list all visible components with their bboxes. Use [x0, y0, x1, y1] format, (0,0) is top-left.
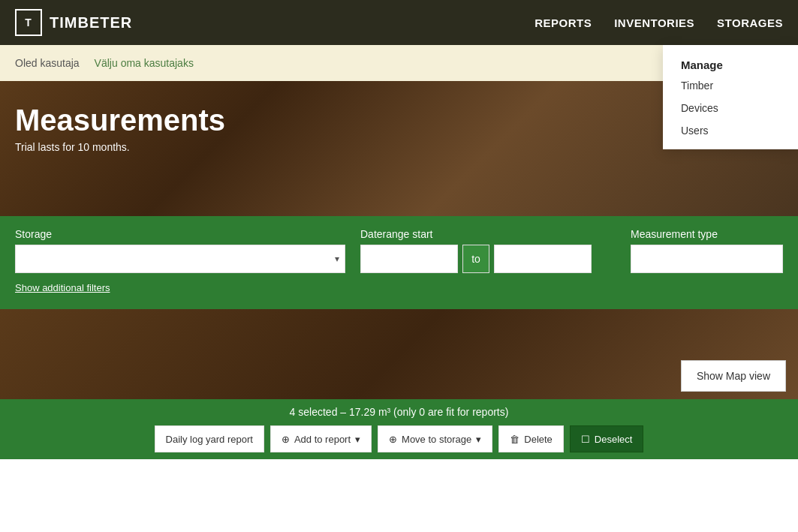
selection-info: 4 selected – 17.29 m³ (only 0 are fit fo…: [290, 406, 509, 418]
logo-icon-text: T: [25, 17, 32, 29]
filter-row: Storage ▾ Daterange start to Measurement…: [15, 228, 783, 273]
user-status-text: Oled kasutaja: [15, 57, 80, 69]
dropdown-item-users[interactable]: Users: [663, 119, 798, 142]
storages-dropdown: Manage Timber Devices Users: [663, 45, 798, 149]
bottom-bar: 4 selected – 17.29 m³ (only 0 are fit fo…: [0, 399, 798, 459]
logo-icon: T: [15, 9, 42, 36]
date-to-separator: to: [462, 245, 489, 273]
add-to-report-button[interactable]: ⊕ Add to report ▾: [270, 425, 372, 452]
filter-bar: Storage ▾ Daterange start to Measurement…: [0, 216, 798, 309]
deselect-label: Deselect: [595, 434, 633, 445]
storage-select-wrapper: ▾: [15, 245, 345, 273]
move-to-storage-label: Move to storage: [402, 434, 471, 445]
dropdown-section-title: Manage: [663, 53, 798, 74]
delete-icon: 🗑: [510, 434, 519, 445]
add-to-report-arrow-icon: ▾: [355, 434, 360, 445]
add-to-report-label: Add to report: [294, 434, 351, 445]
deselect-icon: ☐: [581, 434, 590, 445]
daterange-filter-group: Daterange start to: [360, 228, 616, 273]
date-inputs: to: [360, 245, 616, 273]
date-end-input[interactable]: [494, 245, 592, 273]
nav-inventories[interactable]: INVENTORIES: [614, 17, 694, 29]
delete-label: Delete: [524, 434, 553, 445]
storage-label: Storage: [15, 228, 345, 240]
dropdown-item-devices[interactable]: Devices: [663, 97, 798, 119]
add-to-report-icon: ⊕: [282, 434, 290, 445]
main-nav: REPORTS INVENTORIES STORAGES: [535, 17, 783, 29]
storage-filter-group: Storage ▾: [15, 228, 345, 273]
logo-text: TIMBETER: [50, 14, 132, 32]
move-to-storage-button[interactable]: ⊕ Move to storage ▾: [378, 425, 492, 452]
storage-select[interactable]: [15, 245, 345, 273]
measurement-type-input[interactable]: [631, 245, 783, 273]
move-to-storage-arrow-icon: ▾: [476, 434, 481, 445]
daterange-label: Daterange start: [360, 228, 616, 240]
measurement-type-filter-group: Measurement type: [631, 228, 783, 273]
daily-log-yard-report-button[interactable]: Daily log yard report: [155, 425, 264, 452]
deselect-button[interactable]: ☐ Deselect: [570, 425, 644, 452]
content-area: Show Map view: [0, 309, 798, 399]
date-start-input[interactable]: [360, 245, 458, 273]
move-to-storage-icon: ⊕: [389, 434, 397, 445]
show-additional-filters-link[interactable]: Show additional filters: [15, 282, 110, 293]
dropdown-item-timber[interactable]: Timber: [663, 74, 798, 97]
delete-button[interactable]: 🗑 Delete: [498, 425, 564, 452]
user-action-link[interactable]: Välju oma kasutajaks: [95, 57, 194, 69]
show-map-button[interactable]: Show Map view: [681, 360, 786, 392]
header: T TIMBETER REPORTS INVENTORIES STORAGES: [0, 0, 798, 45]
measurement-type-label: Measurement type: [631, 228, 783, 240]
action-buttons: Daily log yard report ⊕ Add to report ▾ …: [155, 425, 644, 452]
logo: T TIMBETER: [15, 9, 132, 36]
nav-storages[interactable]: STORAGES: [717, 17, 783, 29]
nav-reports[interactable]: REPORTS: [535, 17, 592, 29]
